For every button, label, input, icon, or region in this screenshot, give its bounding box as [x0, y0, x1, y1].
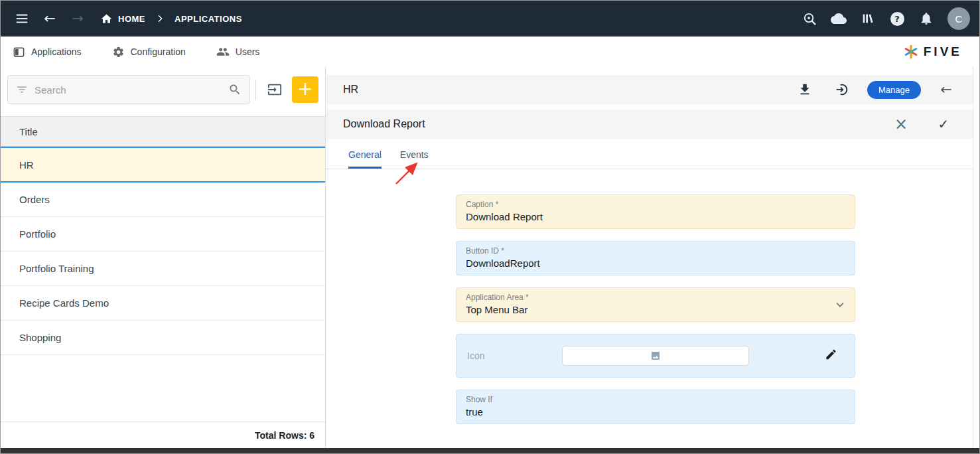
list-item-label: Shopping: [19, 332, 61, 343]
tab-general[interactable]: General: [348, 149, 382, 169]
list-empty-space: [1, 355, 325, 421]
search-box[interactable]: [7, 75, 250, 104]
breadcrumb-home-label: HOME: [118, 14, 145, 24]
search-input[interactable]: [35, 84, 222, 96]
list-item-orders[interactable]: Orders: [1, 183, 325, 217]
menu-bar: Applications Configuration Users: [1, 37, 979, 67]
breadcrumb-section-label[interactable]: APPLICATIONS: [175, 14, 242, 24]
caption-label: Caption *: [466, 200, 845, 209]
top-bar-right: ? C: [798, 7, 970, 31]
list-item-label: HR: [19, 159, 34, 171]
button-id-field[interactable]: Button ID * DownloadReport: [456, 241, 855, 275]
form-actions: × ✓: [889, 112, 955, 136]
list-item-hr[interactable]: HR: [1, 147, 325, 183]
bottom-strip: [1, 448, 979, 453]
title-column-header[interactable]: Title: [1, 116, 325, 147]
right-gutter: [973, 67, 979, 448]
form-tabs: General Events: [326, 149, 973, 169]
edit-icon-button[interactable]: [825, 348, 837, 364]
save-button[interactable]: ✓: [932, 112, 955, 136]
menu-tab-applications[interactable]: Applications: [13, 46, 82, 58]
help-button[interactable]: ?: [885, 7, 909, 31]
login-arrow-icon: [835, 82, 849, 97]
back-button[interactable]: ←: [38, 7, 62, 31]
list-item-portfolio[interactable]: Portfolio: [1, 217, 325, 252]
forward-button[interactable]: →: [66, 7, 90, 31]
forward-arrow-icon: →: [72, 11, 84, 27]
inspect-icon: [802, 11, 817, 27]
import-icon: [267, 82, 282, 97]
application-area-value: Top Menu Bar: [466, 304, 845, 315]
list-item-label: Orders: [19, 194, 50, 205]
download-icon: [798, 82, 812, 97]
detail-panel: HR Manage: [326, 67, 973, 448]
back-arrow-icon: ←: [940, 82, 952, 98]
form-title: Download Report: [343, 118, 425, 130]
notifications-button[interactable]: [914, 7, 938, 31]
app-window: ← → HOME APPLICATIONS: [0, 0, 980, 454]
list-item-recipe-cards-demo[interactable]: Recipe Cards Demo: [1, 286, 325, 321]
search-icon[interactable]: [228, 83, 242, 96]
caption-value: Download Report: [466, 211, 845, 222]
record-header-bar: HR Manage: [326, 75, 973, 104]
search-row: +: [7, 75, 318, 104]
show-if-field[interactable]: Show If true: [456, 390, 855, 424]
back-arrow-icon: ←: [44, 11, 56, 27]
caption-field[interactable]: Caption * Download Report: [456, 194, 855, 229]
button-id-value: DownloadReport: [466, 258, 845, 269]
list-item-label: Portfolio: [19, 228, 56, 240]
icon-field[interactable]: Icon: [456, 334, 855, 378]
go-to-button[interactable]: [830, 78, 854, 102]
applications-icon: [13, 46, 25, 58]
cancel-button[interactable]: ×: [889, 112, 913, 136]
chevron-down-icon[interactable]: [833, 298, 847, 311]
menu-tab-label: Users: [236, 46, 260, 57]
close-icon: ×: [894, 116, 908, 132]
user-avatar[interactable]: C: [947, 7, 970, 30]
show-if-label: Show If: [466, 395, 845, 404]
add-application-button[interactable]: +: [292, 76, 318, 103]
icon-picker-input[interactable]: [562, 346, 749, 366]
five-logo: FIVE: [903, 37, 962, 67]
breadcrumb-home[interactable]: HOME: [100, 13, 145, 25]
bar-gap: [326, 104, 973, 110]
help-icon: ?: [890, 12, 904, 26]
menu-tab-configuration[interactable]: Configuration: [112, 46, 186, 58]
form-area: Caption * Download Report Button ID * Do…: [326, 169, 973, 436]
application-area-label: Application Area *: [466, 293, 845, 302]
manage-button[interactable]: Manage: [867, 81, 921, 99]
show-if-value: true: [466, 406, 845, 417]
cloud-button[interactable]: [827, 7, 851, 31]
five-logo-text: FIVE: [924, 44, 962, 59]
menu-button[interactable]: [10, 7, 34, 31]
inspect-button[interactable]: [798, 7, 821, 31]
button-id-label: Button ID *: [466, 246, 845, 256]
tab-events[interactable]: Events: [400, 149, 429, 169]
bell-icon: [919, 11, 934, 26]
applications-list-panel: + Title HR Orders Portfolio Portfolio Tr…: [1, 67, 326, 448]
pencil-icon: [825, 348, 837, 361]
list-item-shopping[interactable]: Shopping: [1, 321, 325, 355]
menu-tab-label: Applications: [31, 46, 82, 57]
cloud-icon: [831, 11, 847, 27]
five-logo-mark-icon: [903, 44, 919, 60]
record-actions: Manage ←: [793, 78, 958, 102]
icon-field-label: Icon: [467, 350, 484, 361]
import-button[interactable]: [261, 76, 288, 103]
download-button[interactable]: [793, 78, 817, 102]
total-rows-label: Total Rows: 6: [1, 421, 325, 448]
top-bar-left: ← → HOME APPLICATIONS: [10, 7, 242, 31]
record-title: HR: [343, 84, 358, 96]
list-item-label: Recipe Cards Demo: [19, 297, 109, 309]
collapse-panel-button[interactable]: ←: [934, 78, 958, 102]
filter-icon[interactable]: [16, 84, 28, 96]
plus-icon: +: [297, 80, 313, 98]
home-icon: [100, 13, 113, 25]
library-button[interactable]: [856, 7, 880, 31]
users-icon: [216, 45, 230, 58]
list-item-label: Portfolio Training: [19, 263, 94, 274]
menu-tab-users[interactable]: Users: [216, 45, 260, 58]
application-area-field[interactable]: Application Area * Top Menu Bar: [456, 287, 855, 322]
check-icon: ✓: [938, 117, 949, 131]
list-item-portfolio-training[interactable]: Portfolio Training: [1, 252, 325, 286]
